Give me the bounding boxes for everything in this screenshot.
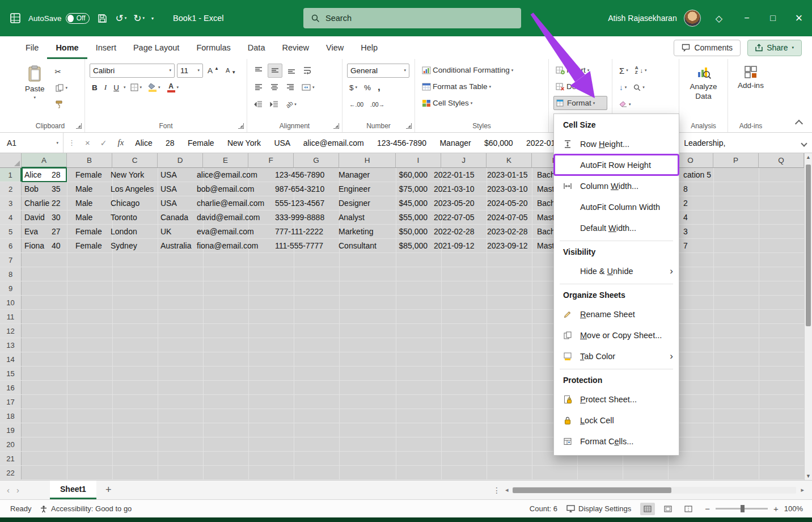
tab-insert[interactable]: Insert [87,36,125,59]
row-header-12[interactable]: 12 [0,324,22,338]
menu-item-default-width[interactable]: Default Width... [554,217,679,238]
row-header-13[interactable]: 13 [0,338,22,352]
increase-font-button[interactable]: A▲ [205,64,221,78]
grid-row-content-18[interactable] [22,409,804,423]
orientation-button[interactable]: ab ▾ [284,98,299,112]
row-header-14[interactable]: 14 [0,352,22,366]
row-header-9[interactable]: 9 [0,281,22,295]
autosave-control[interactable]: AutoSave Off [28,13,90,24]
italic-button[interactable]: I [102,81,109,95]
grid-row-content-21[interactable] [22,452,804,465]
menu-item-autofit-row-height[interactable]: AutoFit Row Height [554,154,679,175]
format-as-table-button[interactable]: Format as Table ▾ [420,79,544,94]
tab-page-layout[interactable]: Page Layout [125,36,188,59]
tab-home[interactable]: Home [47,36,87,59]
grid-row-content-9[interactable] [22,281,804,295]
menu-item-lock-cell[interactable]: Lock Cell [554,410,679,431]
tab-file[interactable]: File [17,36,47,59]
wrap-text-button[interactable] [301,64,314,78]
autosave-toggle[interactable]: Off [66,13,90,24]
align-center-button[interactable] [268,81,281,95]
vertical-scroll-thumb[interactable] [806,165,811,326]
tab-help[interactable]: Help [352,36,386,59]
autosum-button[interactable]: Σ▾ [617,64,631,78]
share-button[interactable]: Share ▾ [747,40,802,56]
sort-filter-button[interactable]: AZ ↓ ▾ [633,64,649,78]
font-dialog-launcher[interactable] [238,123,244,129]
row-header-16[interactable]: 16 [0,381,22,394]
menu-item-row-height[interactable]: Row Height... [554,133,679,154]
page-layout-view-button[interactable] [661,503,675,515]
grid-row-content-2[interactable]: Bob35MaleLos AngelesUSAbob@email.com987-… [22,182,804,196]
zoom-slider[interactable] [716,508,768,510]
grid-row-content-15[interactable] [22,367,804,380]
user-name[interactable]: Atish Rajasekharan [608,14,676,23]
number-dialog-launcher[interactable] [406,123,412,129]
chevron-down-icon[interactable]: ▾ [143,16,145,20]
font-name-combo[interactable]: Calibri ▾ [90,64,175,78]
menu-item-column-width[interactable]: Column Width... [554,175,679,196]
row-header-2[interactable]: 2 [0,182,22,196]
expand-formula-bar-button[interactable] [796,138,812,148]
row-header-3[interactable]: 3 [0,196,22,210]
formula-content[interactable]: Alice 28 Female New York USA alice@email… [129,138,796,148]
cut-button[interactable]: ✂ [53,64,70,78]
avatar[interactable] [684,10,701,27]
grid-row-content-11[interactable] [22,310,804,323]
redo-button[interactable]: ↻▾ [133,12,145,24]
page-break-view-button[interactable] [681,503,696,515]
row-header-15[interactable]: 15 [0,367,22,380]
font-color-button[interactable]: A ▾ [165,81,181,95]
grid-row-content-7[interactable] [22,253,804,267]
decrease-decimal-button[interactable]: .00→ [368,98,387,112]
conditional-formatting-button[interactable]: Conditional Formatting ▾ [420,63,544,77]
delete-cells-button[interactable]: Delete ▾ [553,79,607,94]
menu-item-hide-unhide[interactable]: Hide & Unhide› [554,260,679,281]
display-settings-button[interactable]: Display Settings [566,504,631,513]
more-options-icon[interactable]: ⋮ [493,486,501,495]
grid-row-content-10[interactable] [22,296,804,309]
column-header-C[interactable]: C [112,153,158,168]
grid-row-content-14[interactable] [22,352,804,366]
column-header-G[interactable]: G [294,153,339,168]
search-input[interactable]: Search [303,8,521,28]
menu-item-rename-sheet[interactable]: Rename Sheet [554,304,679,325]
row-header-17[interactable]: 17 [0,395,22,409]
row-header-19[interactable]: 19 [0,423,22,437]
align-top-button[interactable] [252,64,265,78]
column-header-K[interactable]: K [487,153,532,168]
select-all-corner[interactable] [0,153,22,168]
collapse-ribbon-chevron-icon[interactable] [795,120,803,128]
comments-button[interactable]: Comments [674,40,741,56]
zoom-in-button[interactable]: + [773,504,779,513]
format-button[interactable]: Format ▾ [553,96,607,110]
row-header-4[interactable]: 4 [0,211,22,224]
vertical-scrollbar[interactable]: ▲ ▼ [804,153,812,480]
name-box[interactable]: A1 ▾ [0,133,64,153]
fill-button[interactable]: ↓▾ [617,81,629,95]
increase-indent-button[interactable] [268,98,281,112]
gem-icon[interactable]: ◇ [716,13,722,24]
accessibility-status[interactable]: Accessibility: Good to go [40,504,132,513]
save-icon[interactable] [96,12,109,24]
clipboard-dialog-launcher[interactable] [76,123,82,129]
confirm-entry-icon[interactable]: ✓ [95,138,112,148]
insert-cells-button[interactable]: Insert ▾ [553,63,607,77]
menu-item-move-or-copy-sheet[interactable]: Move or Copy Sheet... [554,325,679,346]
copy-button[interactable]: ▾ [53,81,70,95]
align-right-button[interactable] [284,81,297,95]
borders-button[interactable]: ▾ [128,81,145,95]
column-header-E[interactable]: E [203,153,248,168]
row-header-11[interactable]: 11 [0,310,22,323]
scroll-up-icon[interactable]: ▲ [806,154,811,160]
column-header-I[interactable]: I [396,153,441,168]
addins-button[interactable]: Add-ins [733,63,769,92]
row-header-20[interactable]: 20 [0,437,22,451]
clear-button[interactable]: ▾ [617,98,633,112]
close-button[interactable]: × [786,0,812,36]
quick-access-toolbar-chevron-icon[interactable]: ▾ [151,16,154,21]
grid-row-content-19[interactable] [22,423,804,437]
column-header-A[interactable]: A [22,153,67,168]
menu-item-tab-color[interactable]: Tab Color› [554,346,679,367]
menu-item-format-cells[interactable]: Format Cells... [554,431,679,452]
